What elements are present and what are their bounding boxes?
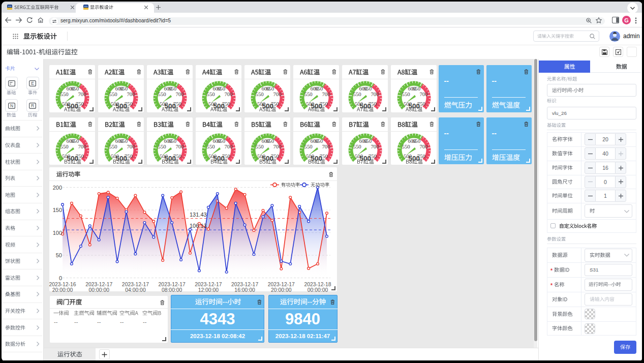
svg-text:E: E [31, 81, 34, 86]
svg-text:R: R [31, 103, 34, 108]
svg-text:N: N [10, 103, 13, 108]
